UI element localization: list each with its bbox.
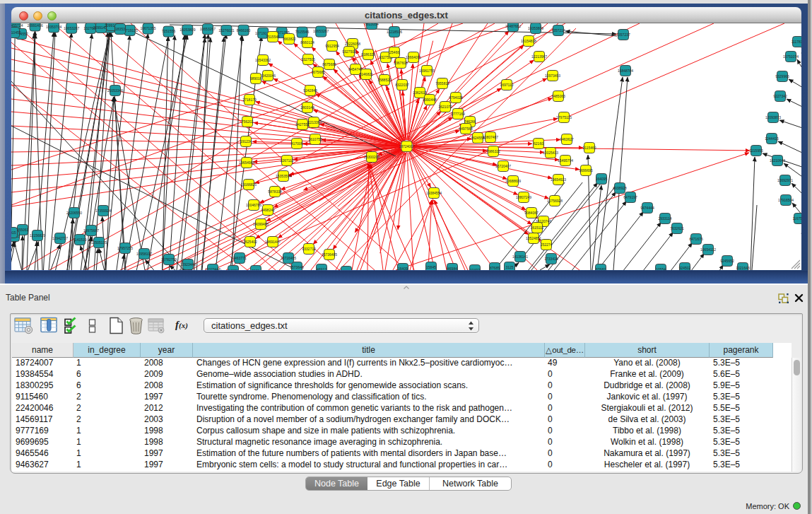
svg-text:62160: 62160 (534, 141, 543, 146)
svg-text:11218506: 11218506 (387, 30, 402, 34)
svg-text:14691447: 14691447 (265, 240, 281, 244)
svg-text:12093873: 12093873 (765, 115, 781, 119)
svg-text:9115460: 9115460 (582, 146, 596, 150)
svg-text:18353704: 18353704 (46, 25, 61, 29)
svg-text:10554: 10554 (656, 267, 666, 270)
svg-text:9332712: 9332712 (302, 247, 316, 251)
svg-text:8471676: 8471676 (689, 237, 703, 241)
svg-text:10688609: 10688609 (505, 179, 521, 183)
svg-text:164095: 164095 (596, 177, 608, 181)
svg-text:1244415: 1244415 (765, 136, 779, 141)
svg-text:12156829: 12156829 (30, 233, 45, 238)
svg-text:9777169: 9777169 (451, 112, 465, 116)
svg-text:15845: 15845 (426, 265, 436, 269)
svg-text:12213967: 12213967 (531, 54, 547, 59)
svg-text:2718179: 2718179 (242, 98, 257, 102)
svg-text:87682: 87682 (596, 267, 606, 270)
svg-text:9474444: 9474444 (640, 206, 654, 210)
svg-text:6794028: 6794028 (449, 95, 463, 100)
svg-text:10046786: 10046786 (246, 203, 261, 207)
svg-text:417006: 417006 (291, 141, 303, 146)
svg-text:1610755: 1610755 (308, 137, 322, 141)
svg-text:1021643: 1021643 (736, 266, 750, 270)
svg-text:8322037: 8322037 (395, 83, 409, 87)
svg-text:12505135: 12505135 (91, 240, 107, 245)
svg-text:8990448: 8990448 (423, 98, 437, 102)
svg-text:10671355: 10671355 (140, 26, 155, 30)
svg-text:16053809: 16053809 (528, 26, 543, 30)
svg-text:19166825: 19166825 (241, 182, 257, 187)
svg-text:3267110: 3267110 (280, 158, 293, 163)
svg-text:20487682: 20487682 (505, 24, 521, 28)
svg-text:20053346: 20053346 (107, 88, 123, 93)
svg-text:17359924: 17359924 (95, 209, 111, 213)
svg-text:16848784: 16848784 (618, 69, 633, 73)
svg-text:9121: 9121 (252, 269, 259, 270)
svg-text:10653267: 10653267 (64, 26, 79, 30)
svg-text:9084067: 9084067 (524, 211, 539, 215)
svg-text:20991406: 20991406 (27, 23, 42, 28)
svg-text:17916504: 17916504 (778, 198, 794, 202)
svg-text:989016: 989016 (250, 76, 262, 81)
svg-text:7955812: 7955812 (435, 81, 449, 86)
svg-text:23226058: 23226058 (345, 42, 360, 46)
svg-text:18807249: 18807249 (516, 195, 531, 199)
svg-text:16154838: 16154838 (521, 39, 536, 43)
svg-text:1615112: 1615112 (530, 226, 543, 230)
svg-text:1141519: 1141519 (73, 238, 86, 242)
svg-text:19654923: 19654923 (551, 177, 566, 182)
svg-text:15495794: 15495794 (558, 158, 573, 163)
svg-text:15736485: 15736485 (322, 252, 337, 257)
svg-text:23420046: 23420046 (260, 74, 276, 78)
svg-text:1117817: 1117817 (792, 40, 801, 44)
svg-text:8186328: 8186328 (361, 52, 375, 57)
svg-text:2367608: 2367608 (394, 61, 408, 65)
svg-text:10958107: 10958107 (136, 252, 152, 256)
svg-text:19384554: 19384554 (426, 191, 442, 195)
svg-text:9245652: 9245652 (720, 259, 734, 263)
svg-text:10807487: 10807487 (483, 135, 498, 139)
svg-text:3215955: 3215955 (749, 148, 763, 153)
svg-text:12023448: 12023448 (205, 267, 220, 270)
svg-text:87685: 87685 (490, 266, 500, 270)
svg-text:15692971: 15692971 (777, 178, 793, 182)
svg-text:924502: 924502 (679, 266, 691, 270)
svg-text:17957255: 17957255 (117, 246, 133, 250)
svg-text:17975115: 17975115 (556, 115, 572, 119)
svg-text:14691: 14691 (228, 269, 238, 270)
svg-text:9463771: 9463771 (233, 256, 247, 260)
svg-text:1621072: 1621072 (438, 105, 452, 109)
svg-text:8427552: 8427552 (295, 122, 310, 127)
svg-text:14136141: 14136141 (512, 255, 528, 259)
svg-text:6479197: 6479197 (623, 195, 637, 199)
svg-text:8813054: 8813054 (365, 23, 379, 26)
svg-text:2803144: 2803144 (300, 105, 314, 110)
svg-text:16409: 16409 (398, 267, 408, 270)
svg-text:7515546: 7515546 (266, 35, 280, 39)
svg-text:8660124: 8660124 (300, 40, 314, 45)
svg-text:746266: 746266 (464, 119, 476, 124)
svg-text:25300205: 25300205 (364, 155, 379, 159)
svg-text:5878334: 5878334 (268, 189, 282, 194)
svg-text:10653267: 10653267 (313, 29, 329, 33)
svg-text:13664091: 13664091 (406, 55, 421, 59)
svg-text:18724007: 18724007 (399, 144, 414, 148)
svg-text:9242848: 9242848 (303, 88, 317, 93)
svg-text:9463627: 9463627 (560, 137, 574, 141)
svg-text:10973493: 10973493 (545, 74, 560, 78)
svg-text:1167533: 1167533 (792, 216, 801, 221)
svg-text:1362615: 1362615 (413, 90, 427, 95)
svg-text:7663822: 7663822 (282, 37, 296, 41)
svg-text:8454749: 8454749 (348, 67, 363, 71)
svg-text:1697110: 1697110 (500, 83, 513, 87)
svg-text:7357214: 7357214 (551, 28, 565, 33)
svg-text:9329966: 9329966 (775, 74, 789, 78)
svg-text:7632621: 7632621 (670, 226, 684, 230)
svg-text:1588520: 1588520 (377, 78, 392, 82)
svg-text:10025433: 10025433 (543, 151, 558, 155)
svg-text:15720407: 15720407 (495, 164, 511, 168)
svg-text:1733416: 1733416 (544, 257, 558, 261)
svg-text:8466160: 8466160 (237, 28, 251, 33)
svg-text:3498242: 3498242 (261, 208, 275, 212)
svg-text:10782759: 10782759 (161, 257, 177, 262)
